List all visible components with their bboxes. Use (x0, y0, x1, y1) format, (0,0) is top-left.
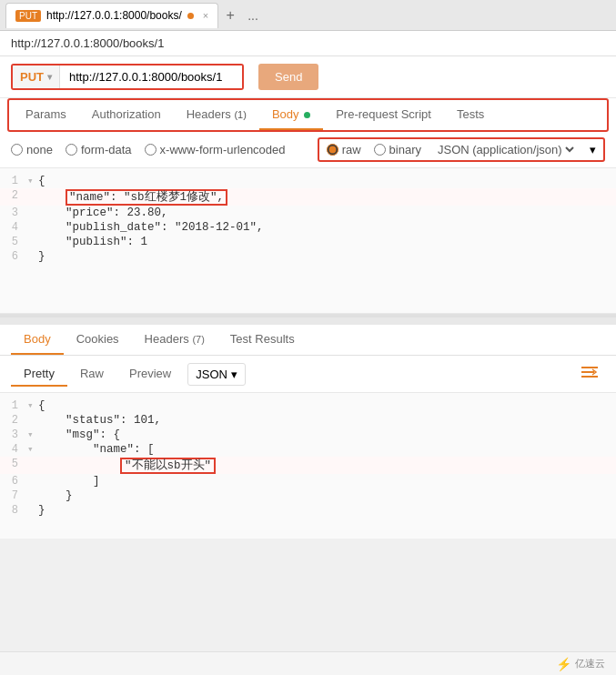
tab-body[interactable]: Body (259, 100, 323, 130)
line-content: { (38, 175, 616, 187)
body-options-right: raw binary JSON (application/json) ▾ (318, 137, 605, 162)
response-json-dropdown[interactable]: JSON ▾ (187, 363, 246, 386)
tab-close-button[interactable]: × (203, 10, 208, 21)
req-code-line-2: 2 "name": "sb红楼梦1修改", (0, 188, 616, 206)
option-raw[interactable]: raw (327, 143, 361, 156)
wrap-icon[interactable] (574, 361, 605, 387)
dropdown-chevron-icon: ▾ (231, 368, 237, 381)
res-tab-test-results[interactable]: Test Results (217, 325, 308, 355)
res-code-line-4: 4 ▾ "name": [ (0, 442, 616, 457)
line-number: 4 (0, 221, 27, 234)
format-raw[interactable]: Raw (67, 362, 116, 387)
tab-tests[interactable]: Tests (444, 100, 497, 130)
format-chevron-icon: ▾ (590, 143, 596, 156)
req-code-line-5: 5 "publish": 1 (0, 235, 616, 249)
tab-more-button[interactable]: ... (242, 6, 264, 25)
response-panel: Body Cookies Headers (7) Test Results Pr… (0, 325, 616, 539)
response-tabs: Body Cookies Headers (7) Test Results (0, 325, 616, 356)
res-code-line-1: 1 ▾ { (0, 398, 616, 413)
response-toolbar: Pretty Raw Preview JSON ▾ (0, 356, 616, 393)
line-number: 6 (0, 250, 27, 263)
tab-url-text: http://127.0.0.1:8000/books/ (46, 9, 182, 22)
method-url-container: PUT ▾ (11, 64, 244, 90)
res-code-line-7: 7 } (0, 489, 616, 503)
watermark-text: 亿速云 (575, 657, 605, 670)
method-chevron-icon: ▾ (47, 72, 52, 82)
tab-pre-request[interactable]: Pre-request Script (323, 100, 444, 130)
body-active-dot (304, 112, 310, 118)
req-code-line-3: 3 "price": 23.80, (0, 206, 616, 220)
option-binary[interactable]: binary (374, 143, 421, 156)
res-code-line-3: 3 ▾ "msg": { (0, 428, 616, 442)
tab-modified-dot (187, 13, 194, 19)
panel-divider (0, 317, 616, 325)
tab-params[interactable]: Params (13, 100, 79, 130)
line-content: "price": 23.80, (38, 207, 616, 219)
tab-headers[interactable]: Headers (1) (174, 100, 259, 130)
res-tab-cookies[interactable]: Cookies (64, 325, 132, 355)
body-options-row: none form-data x-www-form-urlencoded raw… (0, 132, 616, 168)
res-tab-body[interactable]: Body (11, 325, 64, 355)
watermark-logo-icon: ⚡ (556, 657, 571, 671)
req-code-line-4: 4 "publish_date": "2018-12-01", (0, 220, 616, 235)
address-bar: http://127.0.0.1:8000/books/1 (0, 31, 616, 56)
tab-method-badge: PUT (15, 10, 41, 22)
line-content: } (38, 250, 616, 263)
line-content: "publish_date": "2018-12-01", (38, 221, 616, 234)
line-number: 1 (0, 175, 27, 187)
url-input[interactable] (60, 65, 242, 88)
format-pretty[interactable]: Pretty (11, 362, 67, 387)
method-value: PUT (20, 70, 44, 84)
line-number: 5 (0, 236, 27, 248)
tab-bar: PUT http://127.0.0.1:8000/books/ × + ... (0, 0, 616, 31)
request-tabs: Params Authorization Headers (1) Body Pr… (7, 98, 609, 132)
active-tab[interactable]: PUT http://127.0.0.1:8000/books/ × (5, 3, 218, 28)
format-select[interactable]: JSON (application/json) (434, 142, 577, 157)
option-urlencoded[interactable]: x-www-form-urlencoded (145, 143, 286, 156)
line-content: "publish": 1 (38, 236, 616, 248)
option-none[interactable]: none (11, 143, 53, 156)
watermark: ⚡ 亿速云 (556, 657, 605, 671)
request-code-editor[interactable]: 1 ▾ { 2 "name": "sb红楼梦1修改", 3 "price": 2… (0, 168, 616, 314)
request-panel: PUT ▾ Send Params Authorization Headers … (0, 56, 616, 317)
res-code-line-6: 6 ] (0, 474, 616, 489)
option-form-data[interactable]: form-data (66, 143, 132, 156)
res-code-line-2: 2 "status": 101, (0, 413, 616, 428)
method-select[interactable]: PUT ▾ (13, 65, 60, 88)
res-tab-headers[interactable]: Headers (7) (132, 325, 217, 355)
line-content: "name": "sb红楼梦1修改", (38, 189, 616, 205)
tab-add-button[interactable]: + (218, 4, 242, 27)
send-button[interactable]: Send (258, 64, 318, 90)
res-code-line-8: 8 } (0, 503, 616, 518)
line-number: 2 (0, 189, 27, 202)
footer: ⚡ 亿速云 (0, 651, 616, 675)
line-number: 3 (0, 207, 27, 219)
line-arrow: ▾ (27, 175, 38, 186)
res-code-line-5: 5 "不能以sb开头" (0, 457, 616, 474)
req-code-line-6: 6 } (0, 249, 616, 264)
address-bar-text: http://127.0.0.1:8000/books/1 (11, 36, 164, 50)
method-url-row: PUT ▾ Send (0, 56, 616, 98)
format-preview[interactable]: Preview (116, 362, 184, 387)
tab-authorization[interactable]: Authorization (79, 100, 174, 130)
req-code-line-1: 1 ▾ { (0, 174, 616, 188)
response-code-editor: 1 ▾ { 2 "status": 101, 3 ▾ "msg": { 4 ▾ … (0, 393, 616, 539)
